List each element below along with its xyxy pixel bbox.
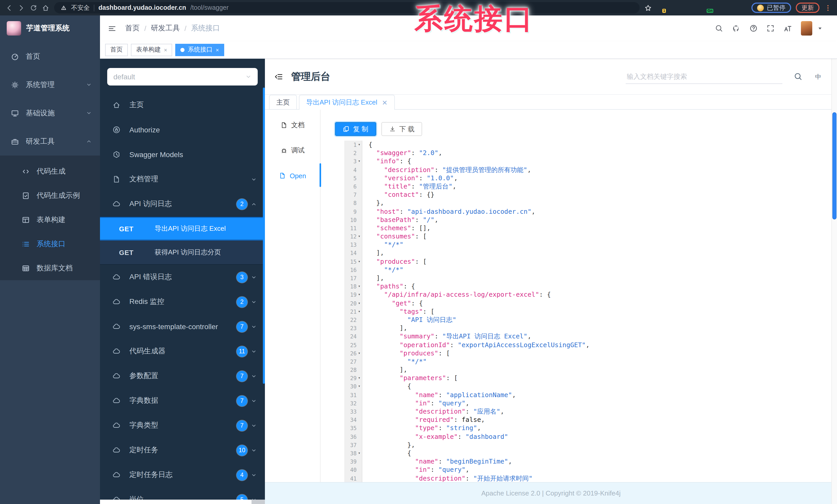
swagger-group-字典类型[interactable]: 字典类型7: [100, 413, 265, 438]
swagger-group-meta: 3: [236, 272, 257, 282]
tag-label: 首页: [110, 45, 123, 54]
sidebar-item-首页[interactable]: 首页: [0, 42, 100, 71]
swagger-group-字典数据[interactable]: 字典数据7: [100, 388, 265, 413]
line-number: 19▾: [344, 291, 362, 299]
monitor-icon: [11, 109, 19, 117]
breadcrumb-separator: /: [144, 24, 146, 33]
line-number: 23: [344, 324, 362, 332]
line-number: 27: [344, 357, 362, 366]
fullscreen-icon[interactable]: [766, 24, 774, 33]
browser-reload-icon[interactable]: [30, 4, 37, 11]
code-line: 24 "summary": "导出API 访问日志 Excel",: [344, 333, 837, 341]
browser-back-icon[interactable]: [5, 4, 13, 12]
sidebar-item-label: 首页: [26, 52, 40, 61]
doc-tab-主页[interactable]: 主页: [269, 95, 297, 109]
help-icon[interactable]: [749, 24, 758, 33]
sidebar-item-代码生成示例[interactable]: 代码生成示例: [0, 183, 100, 208]
tag-表单构建[interactable]: 表单构建×: [131, 43, 173, 56]
endpoint-获得API 访问日志分页[interactable]: GET获得API 访问日志分页: [100, 241, 265, 264]
line-number: 31: [344, 391, 362, 399]
browser-home-icon[interactable]: [42, 4, 50, 12]
sidebar-item-代码生成[interactable]: 代码生成: [0, 159, 100, 183]
api-group-select[interactable]: default: [107, 68, 258, 86]
line-number: 34: [344, 416, 362, 424]
breadcrumb-home[interactable]: 首页: [125, 24, 140, 33]
code-text: "*/*": [362, 357, 427, 366]
swagger-group-定时任务日志[interactable]: 定时任务日志4: [100, 463, 265, 487]
extension-white-star-icon[interactable]: [728, 4, 735, 11]
app-title: 芋道管理系统: [26, 24, 70, 33]
swagger-group-代码生成器[interactable]: 代码生成器11: [100, 339, 265, 363]
hamburger-icon[interactable]: [108, 24, 117, 33]
breadcrumb-devtools[interactable]: 研发工具: [151, 24, 180, 33]
http-method-label: GET: [119, 248, 155, 256]
line-number: 29▾: [344, 374, 362, 382]
sidebar-item-数据库文档[interactable]: 数据库文档: [0, 256, 100, 280]
code-line: 2 "swagger": "2.0",: [344, 149, 837, 157]
copy-button[interactable]: 复 制: [335, 122, 376, 136]
sidebar-scrollbar-thumb[interactable]: [263, 88, 265, 384]
swagger-group-主页[interactable]: 主页: [100, 93, 265, 117]
extension-dark-gn-icon[interactable]: Gn: [704, 4, 711, 11]
swagger-group-Authorize[interactable]: Authorize: [100, 117, 265, 142]
swagger-group-API 错误日志[interactable]: API 错误日志3: [100, 265, 265, 290]
extension-green-circle-icon[interactable]: [680, 4, 688, 11]
tag-系统接口[interactable]: 系统接口×: [176, 43, 224, 56]
sidebar-item-基础设施[interactable]: 基础设施: [0, 99, 100, 127]
swagger-group-文档管理[interactable]: 文档管理: [100, 167, 265, 192]
sidebar-item-研发工具[interactable]: 研发工具: [0, 127, 100, 155]
extension-blue-drop-icon[interactable]: [669, 4, 676, 11]
bookmark-star-icon[interactable]: [644, 4, 652, 12]
swagger-group-API 访问日志[interactable]: API 访问日志2: [100, 192, 265, 216]
search-icon[interactable]: [715, 24, 723, 33]
sidebar-item-label: 基础设施: [26, 108, 55, 118]
collapse-sidebar-icon[interactable]: [274, 72, 283, 81]
swagger-group-Redis 监控[interactable]: Redis 监控2: [100, 290, 265, 314]
sidebar-item-系统接口[interactable]: 系统接口: [0, 232, 100, 256]
extension-green-leaf-icon[interactable]: [716, 4, 723, 11]
font-size-icon[interactable]: [783, 24, 792, 33]
breadcrumb-current: 系统接口: [191, 24, 220, 33]
doc-search-icon[interactable]: [794, 72, 802, 81]
update-button[interactable]: 更新: [796, 3, 819, 13]
swagger-group-定时任务[interactable]: 定时任务10: [100, 438, 265, 463]
code-line: 32 "in": "query",: [344, 399, 837, 407]
download-button[interactable]: 下 载: [381, 122, 422, 136]
mini-nav-调试[interactable]: 调试: [265, 139, 320, 162]
language-switch-icon[interactable]: 中: [814, 72, 823, 81]
tag-首页[interactable]: 首页: [105, 43, 128, 56]
browser-menu-icon[interactable]: [824, 4, 832, 12]
browser-forward-icon[interactable]: [18, 4, 25, 12]
code-line: 26▾ "produces": [: [344, 349, 837, 357]
code-viewer[interactable]: 1▾{2 "swagger": "2.0",3▾ "info": {4 "des…: [344, 141, 837, 482]
extension-orange-icon[interactable]: 1: [657, 4, 664, 11]
doc-tab-close-icon[interactable]: ✕: [382, 99, 388, 106]
app-logo-row[interactable]: 芋道管理系统: [0, 16, 100, 41]
swagger-group-参数配置[interactable]: 参数配置7: [100, 363, 265, 388]
app-shell: 芋道管理系统 首页系统管理基础设施研发工具代码生成代码生成示例表单构建系统接口数…: [0, 16, 837, 504]
avatar-caret-icon[interactable]: [817, 25, 823, 32]
mini-nav-Open[interactable]: Open: [265, 164, 320, 187]
extension-blue-grid-icon[interactable]: [692, 4, 699, 11]
sidebar-item-表单构建[interactable]: 表单构建: [0, 208, 100, 232]
sidebar-item-系统管理[interactable]: 系统管理: [0, 71, 100, 99]
extension-emoji-icon[interactable]: [740, 4, 747, 11]
swagger-group-Swagger Models[interactable]: Swagger Models: [100, 142, 265, 167]
user-avatar[interactable]: [801, 21, 812, 36]
workspace: default 主页AuthorizeSwagger Models文档管理API…: [100, 59, 837, 504]
page-scrollbar-thumb[interactable]: [832, 112, 836, 220]
form-grid-icon: [22, 216, 30, 224]
code-text: },: [362, 441, 415, 449]
endpoint-导出API 访问日志 Excel[interactable]: GET导出API 访问日志 Excel: [100, 217, 265, 241]
github-icon[interactable]: [732, 24, 741, 33]
swagger-group-sys-sms-template-controller[interactable]: sys-sms-template-controller7: [100, 314, 265, 339]
tag-close-icon[interactable]: ×: [164, 46, 167, 53]
code-text: "name": "applicationName",: [362, 391, 516, 399]
sidebar-horizontal-scrollbar[interactable]: [100, 499, 265, 504]
address-bar[interactable]: 不安全 dashboard.yudao.iocoder.cn/tool/swag…: [54, 2, 640, 13]
mini-nav-文档[interactable]: 文档: [265, 114, 320, 136]
doc-search-input[interactable]: [626, 69, 782, 84]
paused-profile-button[interactable]: 已暂停: [751, 3, 791, 13]
doc-tab-导出API 访问日志 Excel[interactable]: 导出API 访问日志 Excel✕: [299, 95, 395, 110]
tag-close-icon[interactable]: ×: [216, 46, 219, 53]
